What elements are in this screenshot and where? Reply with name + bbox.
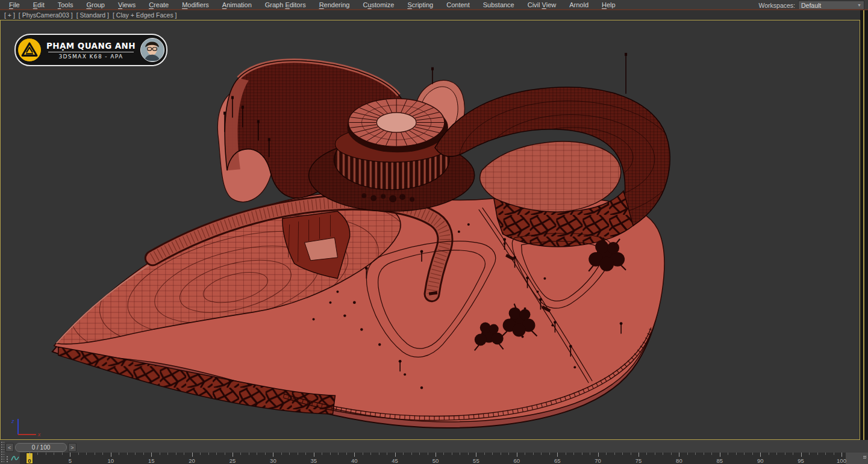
ruler-tick — [687, 453, 688, 455]
ruler-tick — [111, 453, 111, 457]
menu-item-rendering[interactable]: Rendering — [313, 1, 357, 8]
curve-icon — [11, 455, 19, 462]
ruler-tick — [517, 453, 517, 457]
author-subtitle: 3DSMAX K68 - APA — [58, 54, 123, 60]
ruler-label: 30 — [270, 457, 276, 464]
ruler-tick — [614, 453, 615, 455]
menu-item-edit[interactable]: Edit — [27, 1, 51, 8]
ruler-label: 85 — [717, 457, 723, 464]
ruler-tick — [233, 453, 233, 457]
previous-frame-button[interactable]: < — [5, 443, 14, 452]
ruler-tick — [655, 453, 655, 455]
menu-bar: FileEditToolsGroupViewsCreateModifiersAn… — [0, 0, 868, 10]
ruler-tick — [695, 453, 696, 455]
ruler-label: 35 — [311, 457, 317, 464]
viewport-menu-renderer[interactable]: [ Standard ] — [76, 11, 109, 19]
divider — [48, 52, 134, 52]
author-name: PHẠM QUANG ANH — [46, 41, 136, 51]
menu-item-customize[interactable]: Customize — [356, 1, 401, 8]
ruler-tick — [443, 453, 444, 455]
ruler-tick — [208, 453, 209, 455]
ruler-tick — [46, 453, 46, 455]
ruler-tick — [54, 453, 54, 455]
viewport-menu-shading[interactable]: [ Clay + Edged Faces ] — [113, 11, 177, 19]
watermark-badge: PHẠM QUANG ANH 3DSMAX K68 - APA — [14, 34, 167, 66]
ruler-tick — [354, 453, 355, 457]
ruler-tick — [419, 453, 420, 455]
menu-item-substance[interactable]: Substance — [476, 1, 521, 8]
ruler-tick — [711, 453, 712, 455]
viewport-menu-camera[interactable]: [ PhysCamera003 ] — [19, 11, 73, 19]
ruler-label: 70 — [595, 457, 601, 464]
ruler-label: 0 — [28, 457, 31, 464]
menu-item-file[interactable]: File — [2, 1, 27, 8]
ruler-tick — [679, 453, 679, 457]
viewport-label-row: [ + ] [ PhysCamera003 ] [ Standard ] [ C… — [0, 10, 868, 20]
triangle-logo-icon — [17, 38, 42, 62]
menu-item-arnold[interactable]: Arnold — [563, 1, 595, 8]
ruler-label: 90 — [757, 457, 764, 464]
ruler-tick — [566, 453, 566, 455]
ruler-tick — [240, 453, 241, 455]
ruler-tick — [809, 453, 810, 455]
ruler-tick — [428, 453, 428, 455]
ruler-tick — [346, 453, 347, 455]
ruler-tick — [289, 453, 290, 455]
workspaces-label: Workspaces: — [759, 2, 796, 9]
ruler-tick — [119, 453, 119, 455]
ruler-tick — [704, 453, 704, 455]
ruler-tick — [176, 453, 176, 455]
workspace-dropdown[interactable]: Default ▼ — [798, 1, 864, 10]
menu-item-scripting[interactable]: Scripting — [401, 1, 440, 8]
ruler-tick — [817, 453, 818, 455]
ruler-tick — [622, 453, 623, 455]
ruler-label: 65 — [554, 457, 561, 464]
resize-grip[interactable] — [863, 456, 866, 459]
menu-item-tools[interactable]: Tools — [51, 1, 80, 8]
ruler-label: 80 — [676, 457, 682, 464]
ruler-tick — [281, 453, 282, 455]
ruler-tick — [62, 453, 63, 455]
ruler-tick — [631, 453, 631, 455]
ruler-tick — [86, 453, 87, 455]
menu-item-content[interactable]: Content — [440, 1, 476, 8]
menu-item-views[interactable]: Views — [111, 1, 142, 8]
ruler-tick — [192, 453, 193, 457]
ruler-tick — [363, 453, 363, 455]
mini-curve-editor-button[interactable] — [6, 454, 20, 463]
ruler-tick — [338, 453, 339, 455]
ruler-tick — [370, 453, 371, 455]
current-frame-field[interactable]: 0 / 100 — [15, 443, 67, 452]
viewport-menu-general[interactable]: [ + ] — [4, 11, 15, 19]
ruler-tick — [184, 453, 184, 455]
next-frame-button[interactable]: > — [68, 443, 76, 452]
menu-item-graph-editors[interactable]: Graph Editors — [258, 1, 313, 8]
menu-item-civil-view[interactable]: Civil View — [521, 1, 563, 8]
ruler-tick — [598, 453, 599, 457]
axis-z-label: z — [11, 418, 14, 424]
ruler-tick — [492, 453, 493, 455]
ruler-label: 15 — [148, 457, 155, 464]
menu-item-animation[interactable]: Animation — [216, 1, 258, 8]
ruler-tick — [305, 453, 306, 455]
ruler-tick — [387, 453, 387, 455]
drag-handle-icon — [6, 456, 9, 462]
menu-item-help[interactable]: Help — [595, 1, 622, 8]
ruler-tick — [468, 453, 469, 455]
ruler-tick — [573, 453, 574, 455]
ruler-tick — [330, 453, 331, 455]
avatar — [140, 38, 164, 62]
ruler-tick — [160, 453, 160, 455]
ruler-tick — [143, 453, 144, 455]
ruler-tick — [582, 453, 582, 455]
viewport[interactable]: z x — [0, 20, 860, 440]
ruler-tick — [37, 453, 38, 455]
menu-item-modifiers[interactable]: Modifiers — [175, 1, 216, 8]
ruler-tick — [760, 453, 761, 457]
ruler-tick — [484, 453, 485, 455]
ruler-tick — [508, 453, 509, 455]
menu-item-create[interactable]: Create — [142, 1, 175, 8]
dock-grip[interactable] — [1, 441, 4, 463]
watermark-texts: PHẠM QUANG ANH 3DSMAX K68 - APA — [46, 41, 136, 60]
menu-item-group[interactable]: Group — [80, 1, 111, 8]
